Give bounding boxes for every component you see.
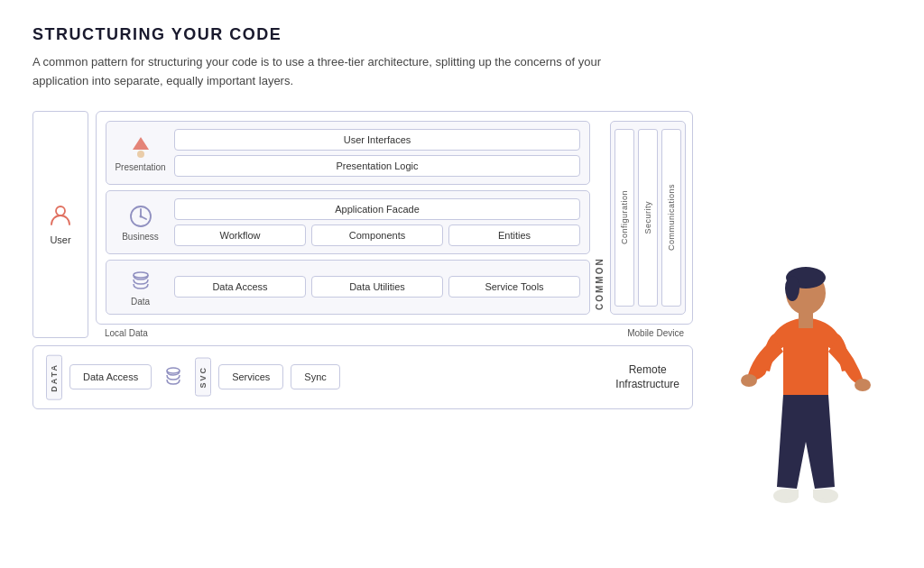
presentation-layer: Presentation User Interfaces Presentatio… xyxy=(106,121,590,185)
illustration xyxy=(702,111,892,550)
svg-point-0 xyxy=(56,206,65,215)
user-interfaces-btn: User Interfaces xyxy=(174,129,580,151)
user-label: User xyxy=(50,234,70,245)
svg-point-8 xyxy=(167,368,180,373)
entities-btn: Entities xyxy=(448,224,580,246)
presentation-content: User Interfaces Presentation Logic xyxy=(174,129,580,177)
data-group: DATA Data Access xyxy=(46,355,152,400)
page-description: A common pattern for structuring your co… xyxy=(32,53,646,91)
svg-rect-12 xyxy=(799,312,813,328)
configuration-label: Configuration xyxy=(620,190,629,244)
components-btn: Components xyxy=(311,224,443,246)
app-facade-btn: Application Facade xyxy=(174,198,580,220)
communications-col: Communications xyxy=(661,129,681,307)
service-tools-btn: Service Tools xyxy=(448,276,580,298)
data-icon xyxy=(127,268,154,295)
common-label: COMMON xyxy=(595,121,605,310)
data-layer: Data Data Access Data Utilities Service … xyxy=(106,260,590,315)
security-label: Security xyxy=(643,201,652,234)
layers-area: Presentation User Interfaces Presentatio… xyxy=(106,121,590,315)
svg-point-11 xyxy=(785,276,799,301)
svg-point-14 xyxy=(855,379,871,391)
business-icon xyxy=(127,203,154,230)
data-content: Data Access Data Utilities Service Tools xyxy=(174,276,580,298)
common-inner: Configuration Security Communications xyxy=(610,121,686,315)
sync-btn: Sync xyxy=(291,364,339,389)
security-col: Security xyxy=(638,129,658,307)
svc-vertical-label: SVC xyxy=(195,358,211,397)
presentation-logic-btn: Presentation Logic xyxy=(174,155,580,177)
svg-point-7 xyxy=(134,272,148,278)
bottom-diagram: DATA Data Access SVC Services xyxy=(32,345,693,410)
common-column: COMMON Configuration Security xyxy=(597,121,683,315)
data-utilities-btn: Data Utilities xyxy=(311,276,443,298)
services-btn: Services xyxy=(218,364,283,389)
infra-data-access-btn: Data Access xyxy=(69,364,152,389)
arch-bottom-labels: Local Data Mobile Device xyxy=(96,325,693,338)
data-access-btn: Data Access xyxy=(174,276,306,298)
db-icon xyxy=(161,364,186,389)
data-icon-label: Data xyxy=(116,268,165,307)
user-box: User xyxy=(32,111,88,338)
presentation-icon-label: Presentation xyxy=(116,133,165,172)
business-layer: Business Application Facade Workflow Com… xyxy=(106,190,590,254)
business-label: Business xyxy=(122,232,159,242)
mobile-device-label: Mobile Device xyxy=(627,328,684,338)
communications-label: Communications xyxy=(667,184,676,251)
svg-point-13 xyxy=(741,374,757,387)
presentation-label: Presentation xyxy=(115,162,165,172)
svg-point-6 xyxy=(139,215,142,217)
configuration-col: Configuration xyxy=(614,129,634,307)
business-content: Application Facade Workflow Components E… xyxy=(174,198,580,246)
svc-group: SVC Services Sync xyxy=(195,358,340,397)
workflow-btn: Workflow xyxy=(174,224,306,246)
data-vertical-label: DATA xyxy=(46,355,62,400)
remote-infrastructure-label: RemoteInfrastructure xyxy=(615,362,679,393)
local-data-label: Local Data xyxy=(105,328,148,338)
presentation-icon xyxy=(127,133,154,160)
svg-marker-1 xyxy=(133,137,149,150)
business-icon-label: Business xyxy=(116,203,165,242)
svg-point-2 xyxy=(137,151,144,158)
user-icon xyxy=(48,203,73,231)
arch-box: Presentation User Interfaces Presentatio… xyxy=(96,111,693,325)
data-label: Data xyxy=(131,297,150,307)
page-title: STRUCTURING YOUR CODE xyxy=(32,25,892,44)
